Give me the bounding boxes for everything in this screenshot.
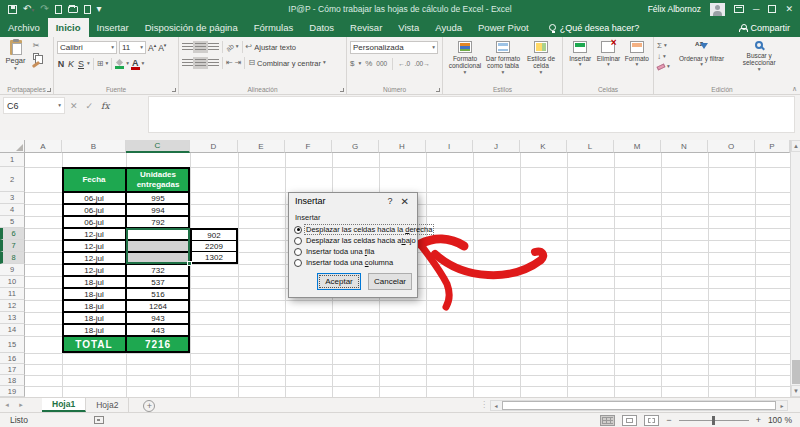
cancelar-button[interactable]: Cancelar (368, 273, 412, 290)
zoom-slider[interactable] (679, 420, 749, 421)
zoom-in-button[interactable]: + (756, 415, 761, 425)
column-header-C[interactable]: C (126, 140, 190, 153)
row-header-19[interactable]: 19 (0, 386, 25, 397)
horizontal-scroll-thumb[interactable] (502, 401, 776, 410)
row-header-17[interactable]: 17 (0, 364, 25, 375)
sheet-nav-right-icon[interactable]: ▸ (14, 398, 28, 412)
scroll-down-icon[interactable]: ▼ (791, 385, 800, 397)
dialog-close-icon[interactable]: ✕ (399, 196, 411, 207)
scroll-up-icon[interactable]: ▲ (791, 140, 800, 152)
cell-B9[interactable]: 12-jul (62, 264, 126, 276)
avatar[interactable] (710, 3, 725, 16)
increase-font-icon[interactable]: A▴ (148, 42, 156, 53)
column-header-P[interactable]: P (755, 140, 790, 153)
page-break-view-icon[interactable] (644, 415, 659, 426)
cell-D6[interactable]: 902 (192, 230, 236, 241)
undo-icon[interactable]: ↶▾ (23, 4, 34, 14)
horizontal-scrollbar[interactable]: ◂ ▸ (490, 400, 788, 411)
fill-down-icon[interactable]: ↓ (657, 53, 661, 61)
select-all-corner[interactable] (0, 140, 25, 153)
formula-input[interactable] (148, 96, 795, 133)
dialog-help-button[interactable]: ? (382, 196, 399, 206)
cell-B8[interactable]: 12-jul (62, 252, 126, 264)
format-painter-icon[interactable] (32, 61, 40, 68)
vertical-scrollbar[interactable]: ▲ ▼ (790, 140, 800, 397)
row-header-3[interactable]: 3 (0, 192, 25, 204)
underline-button[interactable]: S (77, 59, 85, 69)
delete-cells-button[interactable]: Eliminar▾ (594, 39, 622, 85)
font-name-combo[interactable]: Calibri▾ (57, 41, 117, 54)
comma-format-icon[interactable]: 000 (376, 61, 387, 68)
align-center-icon[interactable] (195, 59, 206, 67)
column-header-G[interactable]: G (332, 140, 379, 153)
cut-icon[interactable]: ✂ (33, 42, 40, 50)
cell-C12[interactable]: 1264 (126, 300, 190, 312)
paste-button[interactable]: Pegar ▾ (3, 39, 28, 72)
cell-B15[interactable]: TOTAL (62, 336, 126, 353)
cell-B11[interactable]: 18-jul (62, 288, 126, 300)
dialog-launcher-numero[interactable] (436, 88, 440, 92)
collapse-ribbon-icon[interactable]: ∧ (792, 85, 797, 93)
align-top-icon[interactable] (182, 43, 193, 51)
share-button[interactable]: Compartir (739, 18, 800, 37)
format-as-table-button[interactable]: Dar formato como tabla▾ (484, 39, 522, 85)
column-header-H[interactable]: H (379, 140, 426, 153)
increase-decimal-icon[interactable]: ←.0 (398, 61, 410, 68)
row-header-13[interactable]: 13 (0, 312, 25, 324)
cell-C9[interactable]: 732 (126, 264, 190, 276)
align-right-icon[interactable] (208, 59, 219, 67)
column-header-E[interactable]: E (238, 140, 285, 153)
cell-C14[interactable]: 443 (126, 324, 190, 336)
add-sheet-button[interactable]: + (143, 400, 155, 412)
column-header-B[interactable]: B (62, 140, 126, 153)
column-header-I[interactable]: I (426, 140, 473, 153)
row-header-16[interactable]: 16 (0, 353, 25, 364)
sheet-tab-hoja2[interactable]: Hoja2 (86, 398, 129, 412)
cell-C8[interactable] (126, 252, 190, 264)
cell-B6[interactable]: 12-jul (62, 228, 126, 240)
scroll-left-icon[interactable]: ◂ (491, 402, 501, 409)
row-header-11[interactable]: 11 (0, 288, 25, 300)
redo-icon[interactable]: ↷ (40, 4, 48, 14)
row-header-6[interactable]: 6 (0, 228, 25, 240)
radio-option-insertar-toda-una-fila[interactable]: Insertar toda una fila (294, 247, 412, 256)
cancel-entry-icon[interactable]: ✕ (70, 101, 78, 111)
ribbon-tab-inicio[interactable]: Inicio (48, 18, 89, 37)
radio-option-insertar-toda-una-columna[interactable]: Insertar toda una columna (294, 258, 412, 267)
dialog-title-bar[interactable]: Insertar ? ✕ (289, 193, 417, 209)
percent-format-icon[interactable]: % (365, 60, 372, 68)
align-middle-icon[interactable] (195, 43, 206, 51)
column-header-L[interactable]: L (567, 140, 614, 153)
font-size-combo[interactable]: 11▾ (119, 41, 146, 54)
name-box[interactable]: C6 ▾ (3, 97, 65, 114)
wrap-text-button[interactable]: Ajustar texto (254, 43, 296, 52)
row-header-14[interactable]: 14 (0, 324, 25, 336)
dialog-launcher-alineacion[interactable] (340, 88, 344, 92)
cell-B10[interactable]: 18-jul (62, 276, 126, 288)
dialog-launcher-portapapeles[interactable] (47, 88, 51, 92)
cell-C10[interactable]: 537 (126, 276, 190, 288)
normal-view-icon[interactable] (600, 415, 615, 426)
conditional-formatting-button[interactable]: Formato condicional▾ (446, 39, 484, 85)
italic-button[interactable]: K (67, 59, 75, 69)
orientation-icon[interactable]: ab (225, 42, 235, 52)
insert-cells-button[interactable]: Insertar▾ (566, 39, 594, 85)
column-header-D[interactable]: D (190, 140, 238, 153)
cell-C6[interactable] (126, 228, 190, 240)
restore-icon[interactable] (768, 5, 776, 13)
decrease-indent-icon[interactable]: ⇤ (226, 59, 233, 67)
column-header-M[interactable]: M (614, 140, 661, 153)
align-left-icon[interactable] (182, 59, 193, 67)
merge-center-button[interactable]: Combinar y centrar (257, 59, 321, 68)
macro-record-icon[interactable] (94, 416, 104, 424)
insert-function-icon[interactable]: fx (101, 101, 109, 111)
cell-styles-button[interactable]: Estilos de celda▾ (522, 39, 560, 85)
row-header-7[interactable]: 7 (0, 240, 25, 252)
cell-B4[interactable]: 06-jul (62, 204, 126, 216)
sheet-nav-left-icon[interactable]: ◂ (0, 398, 14, 412)
vertical-scroll-thumb[interactable] (792, 360, 800, 384)
currency-format-icon[interactable]: $ (350, 60, 354, 68)
number-format-combo[interactable]: Personalizada▾ (350, 41, 438, 54)
new-file-icon[interactable] (55, 5, 62, 14)
confirm-entry-icon[interactable]: ✓ (86, 101, 94, 111)
